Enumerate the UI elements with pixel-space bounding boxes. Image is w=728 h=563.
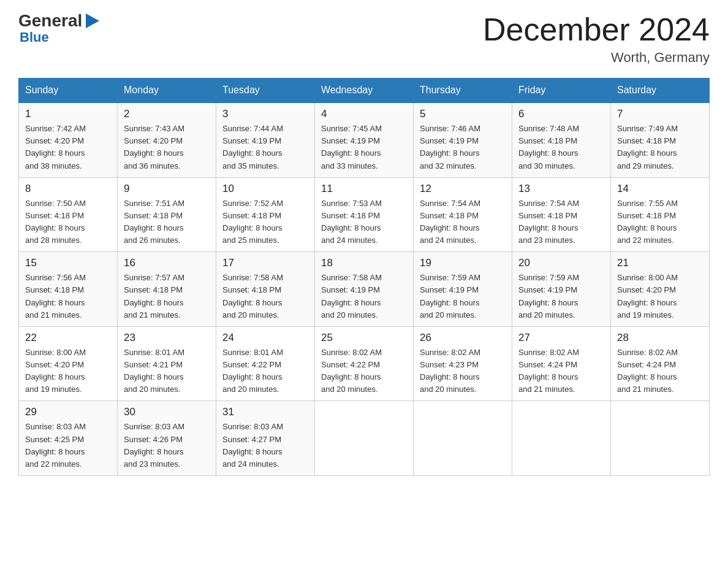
- calendar-day-cell: 26Sunrise: 8:02 AMSunset: 4:23 PMDayligh…: [414, 326, 512, 401]
- day-info: Sunrise: 7:45 AMSunset: 4:19 PMDaylight:…: [321, 123, 407, 172]
- day-number: 13: [518, 183, 604, 195]
- day-info: Sunrise: 7:59 AMSunset: 4:19 PMDaylight:…: [420, 272, 506, 321]
- day-number: 26: [420, 332, 506, 344]
- day-number: 14: [617, 183, 703, 195]
- day-info: Sunrise: 7:43 AMSunset: 4:20 PMDaylight:…: [124, 123, 210, 172]
- day-number: 5: [420, 108, 506, 120]
- calendar-day-cell: 20Sunrise: 7:59 AMSunset: 4:19 PMDayligh…: [512, 252, 611, 327]
- calendar-day-cell: [315, 401, 414, 476]
- calendar-day-cell: 25Sunrise: 8:02 AMSunset: 4:22 PMDayligh…: [315, 326, 414, 401]
- day-info: Sunrise: 7:48 AMSunset: 4:18 PMDaylight:…: [518, 123, 604, 172]
- day-info: Sunrise: 8:00 AMSunset: 4:20 PMDaylight:…: [617, 272, 703, 321]
- day-number: 30: [124, 406, 210, 418]
- day-info: Sunrise: 8:03 AMSunset: 4:25 PMDaylight:…: [25, 421, 111, 470]
- day-info: Sunrise: 7:59 AMSunset: 4:19 PMDaylight:…: [518, 272, 604, 321]
- day-info: Sunrise: 7:51 AMSunset: 4:18 PMDaylight:…: [124, 197, 210, 247]
- day-number: 2: [124, 108, 210, 120]
- day-info: Sunrise: 8:02 AMSunset: 4:24 PMDaylight:…: [518, 347, 604, 396]
- calendar-day-cell: 2Sunrise: 7:43 AMSunset: 4:20 PMDaylight…: [118, 102, 216, 177]
- calendar-week-row: 22Sunrise: 8:00 AMSunset: 4:20 PMDayligh…: [19, 326, 710, 401]
- calendar-day-cell: 5Sunrise: 7:46 AMSunset: 4:19 PMDaylight…: [414, 102, 512, 177]
- day-number: 28: [617, 332, 703, 344]
- day-number: 6: [518, 108, 604, 120]
- day-info: Sunrise: 8:02 AMSunset: 4:24 PMDaylight:…: [617, 347, 703, 396]
- day-number: 3: [222, 108, 308, 120]
- day-info: Sunrise: 7:46 AMSunset: 4:19 PMDaylight:…: [420, 123, 506, 172]
- column-header-tuesday: Tuesday: [216, 79, 315, 103]
- calendar-day-cell: 18Sunrise: 7:58 AMSunset: 4:19 PMDayligh…: [315, 252, 414, 327]
- day-number: 17: [222, 257, 308, 269]
- location-subtitle: Worth, Germany: [483, 50, 710, 66]
- day-info: Sunrise: 7:42 AMSunset: 4:20 PMDaylight:…: [25, 123, 111, 172]
- title-block: December 2024 Worth, Germany: [483, 12, 710, 66]
- day-number: 25: [321, 332, 407, 344]
- column-header-saturday: Saturday: [611, 79, 710, 103]
- calendar-day-cell: 13Sunrise: 7:54 AMSunset: 4:18 PMDayligh…: [512, 177, 611, 252]
- day-number: 9: [124, 183, 210, 195]
- calendar-day-cell: 15Sunrise: 7:56 AMSunset: 4:18 PMDayligh…: [19, 252, 118, 327]
- day-number: 29: [25, 406, 111, 418]
- day-info: Sunrise: 7:53 AMSunset: 4:18 PMDaylight:…: [321, 197, 407, 247]
- day-number: 8: [25, 183, 111, 195]
- calendar-day-cell: 27Sunrise: 8:02 AMSunset: 4:24 PMDayligh…: [512, 326, 611, 401]
- day-number: 11: [321, 183, 407, 195]
- column-header-monday: Monday: [118, 79, 216, 103]
- month-year-title: December 2024: [483, 12, 710, 47]
- logo-arrow-icon: [83, 12, 100, 29]
- logo-blue-text: Blue: [20, 29, 49, 45]
- calendar-day-cell: 28Sunrise: 8:02 AMSunset: 4:24 PMDayligh…: [611, 326, 710, 401]
- day-info: Sunrise: 7:52 AMSunset: 4:18 PMDaylight:…: [222, 197, 308, 247]
- column-header-wednesday: Wednesday: [315, 79, 414, 103]
- calendar-week-row: 15Sunrise: 7:56 AMSunset: 4:18 PMDayligh…: [19, 252, 710, 327]
- calendar-day-cell: 17Sunrise: 7:58 AMSunset: 4:18 PMDayligh…: [216, 252, 315, 327]
- calendar-day-cell: 30Sunrise: 8:03 AMSunset: 4:26 PMDayligh…: [118, 401, 216, 476]
- calendar-header-row: SundayMondayTuesdayWednesdayThursdayFrid…: [19, 79, 710, 103]
- calendar-table: SundayMondayTuesdayWednesdayThursdayFrid…: [18, 78, 710, 476]
- day-number: 20: [518, 257, 604, 269]
- day-info: Sunrise: 7:54 AMSunset: 4:18 PMDaylight:…: [420, 197, 506, 247]
- calendar-day-cell: 16Sunrise: 7:57 AMSunset: 4:18 PMDayligh…: [118, 252, 216, 327]
- logo: General Blue: [18, 12, 100, 45]
- calendar-day-cell: 29Sunrise: 8:03 AMSunset: 4:25 PMDayligh…: [19, 401, 118, 476]
- calendar-day-cell: 10Sunrise: 7:52 AMSunset: 4:18 PMDayligh…: [216, 177, 315, 252]
- calendar-day-cell: 31Sunrise: 8:03 AMSunset: 4:27 PMDayligh…: [216, 401, 315, 476]
- calendar-day-cell: 3Sunrise: 7:44 AMSunset: 4:19 PMDaylight…: [216, 102, 315, 177]
- calendar-week-row: 8Sunrise: 7:50 AMSunset: 4:18 PMDaylight…: [19, 177, 710, 252]
- calendar-day-cell: 19Sunrise: 7:59 AMSunset: 4:19 PMDayligh…: [414, 252, 512, 327]
- calendar-day-cell: 22Sunrise: 8:00 AMSunset: 4:20 PMDayligh…: [19, 326, 118, 401]
- day-number: 27: [518, 332, 604, 344]
- calendar-week-row: 1Sunrise: 7:42 AMSunset: 4:20 PMDaylight…: [19, 102, 710, 177]
- day-number: 1: [25, 108, 111, 120]
- day-info: Sunrise: 8:00 AMSunset: 4:20 PMDaylight:…: [25, 347, 111, 396]
- calendar-day-cell: 8Sunrise: 7:50 AMSunset: 4:18 PMDaylight…: [19, 177, 118, 252]
- day-info: Sunrise: 8:03 AMSunset: 4:26 PMDaylight:…: [124, 421, 210, 470]
- calendar-day-cell: 11Sunrise: 7:53 AMSunset: 4:18 PMDayligh…: [315, 177, 414, 252]
- svg-marker-0: [86, 13, 99, 28]
- calendar-day-cell: 6Sunrise: 7:48 AMSunset: 4:18 PMDaylight…: [512, 102, 611, 177]
- calendar-day-cell: 14Sunrise: 7:55 AMSunset: 4:18 PMDayligh…: [611, 177, 710, 252]
- day-number: 15: [25, 257, 111, 269]
- day-info: Sunrise: 8:02 AMSunset: 4:22 PMDaylight:…: [321, 347, 407, 396]
- day-info: Sunrise: 8:03 AMSunset: 4:27 PMDaylight:…: [222, 421, 308, 470]
- day-info: Sunrise: 8:01 AMSunset: 4:22 PMDaylight:…: [222, 347, 308, 396]
- day-number: 19: [420, 257, 506, 269]
- calendar-day-cell: 9Sunrise: 7:51 AMSunset: 4:18 PMDaylight…: [118, 177, 216, 252]
- day-number: 16: [124, 257, 210, 269]
- logo-general-text: General: [18, 12, 82, 29]
- day-info: Sunrise: 8:02 AMSunset: 4:23 PMDaylight:…: [420, 347, 506, 396]
- calendar-day-cell: 4Sunrise: 7:45 AMSunset: 4:19 PMDaylight…: [315, 102, 414, 177]
- column-header-sunday: Sunday: [19, 79, 118, 103]
- day-number: 10: [222, 183, 308, 195]
- day-info: Sunrise: 7:57 AMSunset: 4:18 PMDaylight:…: [124, 272, 210, 321]
- day-number: 22: [25, 332, 111, 344]
- calendar-week-row: 29Sunrise: 8:03 AMSunset: 4:25 PMDayligh…: [19, 401, 710, 476]
- day-number: 23: [124, 332, 210, 344]
- day-number: 24: [222, 332, 308, 344]
- day-info: Sunrise: 7:55 AMSunset: 4:18 PMDaylight:…: [617, 197, 703, 247]
- day-info: Sunrise: 7:50 AMSunset: 4:18 PMDaylight:…: [25, 197, 111, 247]
- day-number: 18: [321, 257, 407, 269]
- calendar-day-cell: 12Sunrise: 7:54 AMSunset: 4:18 PMDayligh…: [414, 177, 512, 252]
- column-header-thursday: Thursday: [414, 79, 512, 103]
- day-info: Sunrise: 7:44 AMSunset: 4:19 PMDaylight:…: [222, 123, 308, 172]
- day-info: Sunrise: 7:56 AMSunset: 4:18 PMDaylight:…: [25, 272, 111, 321]
